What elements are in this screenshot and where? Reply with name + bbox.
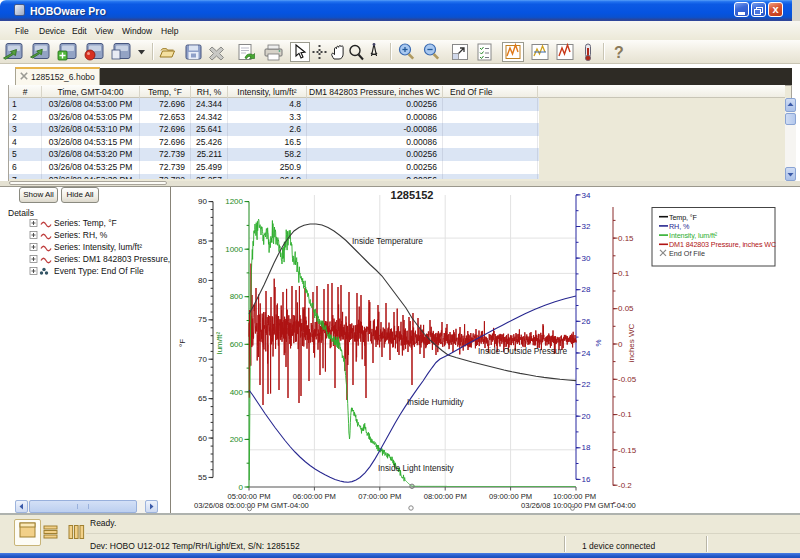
svg-text:0.05: 0.05 bbox=[618, 304, 634, 313]
svg-text:DM1 842803 Pressure, inches WC: DM1 842803 Pressure, inches WC bbox=[669, 240, 776, 249]
svg-text:Inside Light Intensity: Inside Light Intensity bbox=[378, 463, 454, 473]
svg-text:?: ? bbox=[614, 44, 624, 61]
svg-text:Inside Temperature: Inside Temperature bbox=[352, 236, 423, 246]
svg-text:Inside Humidity: Inside Humidity bbox=[407, 397, 465, 407]
svg-text:03/26/08 10:00:00 PM GMT-04:00: 03/26/08 10:00:00 PM GMT-04:00 bbox=[521, 501, 636, 510]
svg-text:1285152: 1285152 bbox=[391, 189, 434, 201]
svg-text:75: 75 bbox=[198, 315, 207, 324]
svg-text:22: 22 bbox=[582, 380, 591, 389]
svg-text:Inside-Outside Pressure: Inside-Outside Pressure bbox=[478, 346, 567, 356]
svg-text:0: 0 bbox=[239, 483, 244, 492]
svg-text:1200: 1200 bbox=[225, 197, 243, 206]
svg-text:16: 16 bbox=[582, 475, 591, 484]
svg-text:Intensity, lum/ft²: Intensity, lum/ft² bbox=[669, 231, 718, 240]
svg-text:800: 800 bbox=[230, 292, 244, 301]
svg-text:20: 20 bbox=[582, 412, 591, 421]
svg-text:85: 85 bbox=[198, 237, 207, 246]
svg-text:70: 70 bbox=[198, 355, 207, 364]
svg-text:600: 600 bbox=[230, 340, 244, 349]
svg-text:28: 28 bbox=[582, 285, 591, 294]
svg-text:08:00:00 PM: 08:00:00 PM bbox=[424, 492, 467, 501]
svg-text:90: 90 bbox=[198, 197, 207, 206]
svg-text:200: 200 bbox=[230, 435, 244, 444]
svg-text:80: 80 bbox=[198, 276, 207, 285]
svg-text:°F: °F bbox=[178, 339, 187, 347]
svg-text:60: 60 bbox=[198, 434, 207, 443]
svg-text:32: 32 bbox=[582, 222, 591, 231]
svg-text:30: 30 bbox=[582, 254, 591, 263]
svg-text:-0.1: -0.1 bbox=[618, 410, 632, 419]
svg-text:07:00:00 PM: 07:00:00 PM bbox=[358, 492, 401, 501]
svg-text:34: 34 bbox=[582, 191, 591, 200]
svg-text:0: 0 bbox=[618, 340, 623, 349]
svg-text:-0.15: -0.15 bbox=[618, 446, 637, 455]
svg-text:18: 18 bbox=[582, 443, 591, 452]
svg-text:0.15: 0.15 bbox=[618, 234, 634, 243]
svg-text:inches WC: inches WC bbox=[627, 323, 636, 362]
svg-text:1000: 1000 bbox=[225, 245, 243, 254]
svg-text:%: % bbox=[594, 339, 603, 346]
svg-text:-0.2: -0.2 bbox=[618, 481, 632, 490]
svg-text:End Of File: End Of File bbox=[669, 249, 705, 258]
svg-text:0.1: 0.1 bbox=[618, 269, 630, 278]
svg-text:55: 55 bbox=[198, 473, 207, 482]
svg-text:Temp, °F: Temp, °F bbox=[669, 213, 698, 222]
svg-text:400: 400 bbox=[230, 388, 244, 397]
svg-text:24: 24 bbox=[582, 349, 591, 358]
svg-text:-0.05: -0.05 bbox=[618, 375, 637, 384]
svg-text:RH, %: RH, % bbox=[669, 222, 690, 231]
svg-text:26: 26 bbox=[582, 317, 591, 326]
svg-text:65: 65 bbox=[198, 394, 207, 403]
svg-text:lum/ft²: lum/ft² bbox=[215, 332, 224, 355]
